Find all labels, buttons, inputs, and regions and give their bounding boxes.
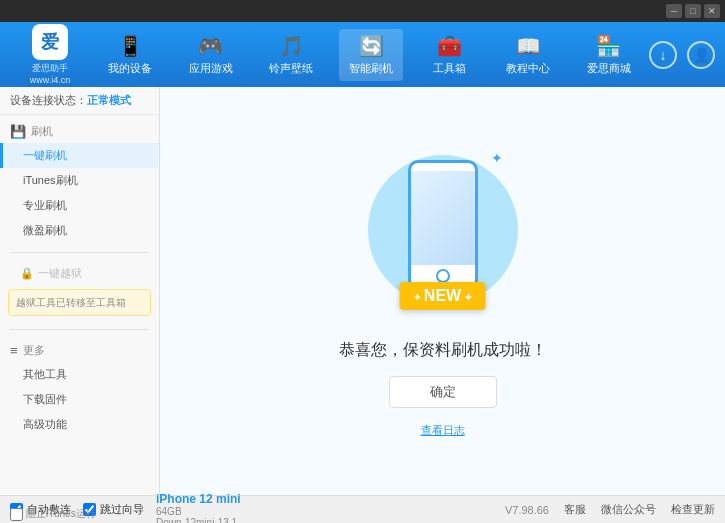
- divider-1: [10, 252, 149, 253]
- again-link[interactable]: 查看日志: [421, 423, 465, 438]
- nav-smart-flash[interactable]: 🔄 智能刷机: [339, 29, 403, 81]
- nav-aisi-store[interactable]: 🏪 爱思商城: [577, 29, 641, 81]
- bottom-right: V7.98.66 客服 微信公众号 检查更新: [505, 502, 715, 517]
- close-button[interactable]: ✕: [704, 4, 720, 18]
- sidebar-item-downgrade-flash[interactable]: 微盈刷机: [0, 218, 159, 243]
- sidebar-item-itunes-flash[interactable]: iTunes刷机: [0, 168, 159, 193]
- maximize-button[interactable]: □: [685, 4, 701, 18]
- nav-right-actions: ↓ 👤: [649, 41, 715, 69]
- sidebar: 设备连接状态：正常模式 💾 刷机 一键刷机 iTunes刷机 专业刷机 微盈刷机: [0, 87, 160, 495]
- prevent-itunes-checkbox[interactable]: [10, 508, 23, 521]
- nav-ringtone-icon: 🎵: [279, 34, 304, 58]
- nav-apps-games-label: 应用游戏: [189, 61, 233, 76]
- wechat-link[interactable]: 微信公众号: [601, 502, 656, 517]
- jailbreak-label: 一键越狱: [38, 266, 82, 281]
- more-section-icon: ≡: [10, 343, 18, 358]
- downgrade-flash-label: 微盈刷机: [23, 224, 67, 236]
- header: 爱 爱思助手 www.i4.cn 📱 我的设备 🎮 应用游戏 🎵 铃声壁纸 🔄 …: [0, 22, 725, 87]
- confirm-button[interactable]: 确定: [389, 376, 497, 408]
- sparkles-icon: ✦: [491, 150, 503, 166]
- nav-my-device-icon: 📱: [118, 34, 143, 58]
- support-link[interactable]: 客服: [564, 502, 586, 517]
- nav-tutorial-label: 教程中心: [506, 61, 550, 76]
- device-firmware: Down-12mini-13,1: [156, 517, 241, 524]
- other-tools-label: 其他工具: [23, 368, 67, 380]
- nav-apps-games[interactable]: 🎮 应用游戏: [179, 29, 243, 81]
- user-button[interactable]: 👤: [687, 41, 715, 69]
- itunes-bar: 阻止iTunes运行: [10, 507, 96, 521]
- sidebar-item-one-click-flash[interactable]: 一键刷机: [0, 143, 159, 168]
- sidebar-item-other-tools[interactable]: 其他工具: [0, 362, 159, 387]
- update-link[interactable]: 检查更新: [671, 502, 715, 517]
- logo-line2: www.i4.cn: [30, 75, 71, 85]
- sidebar-flash-section: 💾 刷机 一键刷机 iTunes刷机 专业刷机 微盈刷机: [0, 115, 159, 248]
- phone-shape: [408, 160, 478, 290]
- nav-tutorial[interactable]: 📖 教程中心: [496, 29, 560, 81]
- jailbreak-notice-text: 越狱工具已转移至工具箱: [16, 297, 126, 308]
- nav-smart-flash-icon: 🔄: [359, 34, 384, 58]
- version-text: V7.98.66: [505, 504, 549, 516]
- device-status-bar: 设备连接状态：正常模式: [0, 87, 159, 115]
- nav-ringtone-label: 铃声壁纸: [269, 61, 313, 76]
- status-label: 设备连接状态：: [10, 94, 87, 106]
- sidebar-jailbreak-header: 🔒 一键越狱: [0, 262, 159, 285]
- nav-my-device[interactable]: 📱 我的设备: [98, 29, 162, 81]
- itunes-flash-label: iTunes刷机: [23, 174, 78, 186]
- flash-section-label: 刷机: [31, 124, 53, 139]
- sidebar-more-header[interactable]: ≡ 更多: [0, 339, 159, 362]
- jailbreak-notice: 越狱工具已转移至工具箱: [8, 289, 151, 316]
- itunes-label: 阻止iTunes运行: [26, 507, 96, 521]
- nav-aisi-store-icon: 🏪: [596, 34, 621, 58]
- device-name: iPhone 12 mini: [156, 492, 241, 506]
- nav-smart-flash-label: 智能刷机: [349, 61, 393, 76]
- nav-ringtone[interactable]: 🎵 铃声壁纸: [259, 29, 323, 81]
- one-click-flash-label: 一键刷机: [23, 149, 67, 161]
- lock-icon: 🔒: [20, 267, 34, 280]
- logo-icon: 爱: [32, 24, 68, 60]
- minimize-button[interactable]: ─: [666, 4, 682, 18]
- nav-bar: 📱 我的设备 🎮 应用游戏 🎵 铃声壁纸 🔄 智能刷机 🧰 工具箱 📖 教程中心…: [90, 29, 649, 81]
- success-message: 恭喜您，保资料刷机成功啦！: [339, 340, 547, 361]
- device-info: iPhone 12 mini 64GB Down-12mini-13,1: [156, 492, 241, 524]
- nav-toolbox-label: 工具箱: [433, 61, 466, 76]
- more-section-label: 更多: [23, 343, 45, 358]
- logo[interactable]: 爱 爱思助手 www.i4.cn: [10, 24, 90, 85]
- sidebar-more-section: ≡ 更多 其他工具 下载固件 高级功能: [0, 334, 159, 442]
- skip-wizard-label: 跳过向导: [100, 502, 144, 517]
- nav-aisi-store-label: 爱思商城: [587, 61, 631, 76]
- phone-home-btn: [436, 269, 450, 283]
- content-area: ✦ NEW 恭喜您，保资料刷机成功啦！ 确定 查看日志: [160, 87, 725, 495]
- sidebar-item-pro-flash[interactable]: 专业刷机: [0, 193, 159, 218]
- title-bar: ─ □ ✕: [0, 0, 725, 22]
- download-button[interactable]: ↓: [649, 41, 677, 69]
- success-illustration: ✦ NEW 恭喜您，保资料刷机成功啦！ 确定 查看日志: [339, 145, 547, 438]
- pro-flash-label: 专业刷机: [23, 199, 67, 211]
- new-badge: NEW: [399, 282, 486, 310]
- main-area: 设备连接状态：正常模式 💾 刷机 一键刷机 iTunes刷机 专业刷机 微盈刷机: [0, 87, 725, 495]
- sidebar-jailbreak-section: 🔒 一键越狱 越狱工具已转移至工具箱: [0, 257, 159, 325]
- sidebar-flash-header[interactable]: 💾 刷机: [0, 120, 159, 143]
- device-storage: 64GB: [156, 506, 241, 517]
- nav-tutorial-icon: 📖: [516, 34, 541, 58]
- phone-screen: [411, 171, 475, 265]
- nav-my-device-label: 我的设备: [108, 61, 152, 76]
- nav-toolbox-icon: 🧰: [437, 34, 462, 58]
- flash-section-icon: 💾: [10, 124, 26, 139]
- sidebar-item-advanced[interactable]: 高级功能: [0, 412, 159, 437]
- download-firmware-label: 下载固件: [23, 393, 67, 405]
- sidebar-item-download-firmware[interactable]: 下载固件: [0, 387, 159, 412]
- advanced-label: 高级功能: [23, 418, 67, 430]
- logo-line1: 爱思助手: [32, 62, 68, 75]
- bottom-bar: 自动敷连 跳过向导 iPhone 12 mini 64GB Down-12min…: [0, 495, 725, 523]
- phone-illustration: ✦ NEW: [363, 145, 523, 325]
- nav-apps-games-icon: 🎮: [198, 34, 223, 58]
- status-value: 正常模式: [87, 94, 131, 106]
- nav-toolbox[interactable]: 🧰 工具箱: [420, 29, 480, 81]
- divider-2: [10, 329, 149, 330]
